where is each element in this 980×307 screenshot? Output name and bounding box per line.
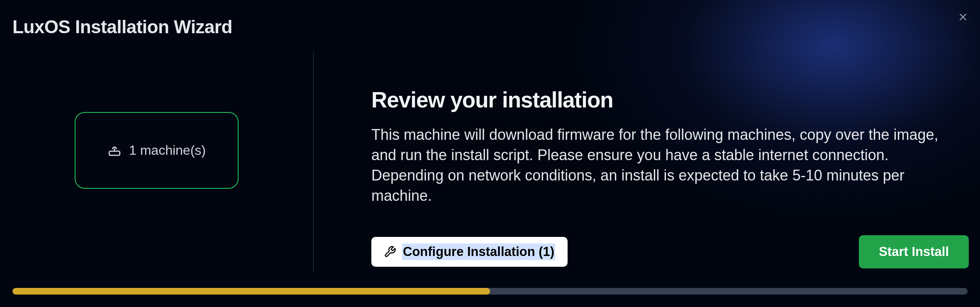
- configure-installation-button[interactable]: Configure Installation (1): [371, 237, 568, 267]
- review-description: This machine will download firmware for …: [371, 125, 965, 206]
- start-install-button[interactable]: Start Install: [859, 235, 969, 268]
- machine-count-label: 1 machine(s): [129, 143, 206, 158]
- left-panel: 1 machine(s): [0, 52, 313, 272]
- close-icon: [957, 11, 969, 23]
- main-content: Review your installation This machine wi…: [371, 87, 965, 268]
- configure-button-label: Configure Installation (1): [402, 244, 555, 260]
- wrench-icon: [384, 246, 396, 258]
- progress-bar-fill: [12, 288, 490, 295]
- close-button[interactable]: [956, 10, 970, 24]
- action-buttons: Configure Installation (1) Start Install: [371, 235, 969, 268]
- vertical-divider: [313, 52, 314, 272]
- router-icon: [107, 144, 122, 158]
- progress-bar-track: [12, 288, 968, 295]
- machine-card[interactable]: 1 machine(s): [75, 112, 239, 189]
- svg-rect-0: [109, 151, 120, 155]
- wizard-title: LuxOS Installation Wizard: [12, 17, 232, 37]
- review-heading: Review your installation: [371, 87, 965, 112]
